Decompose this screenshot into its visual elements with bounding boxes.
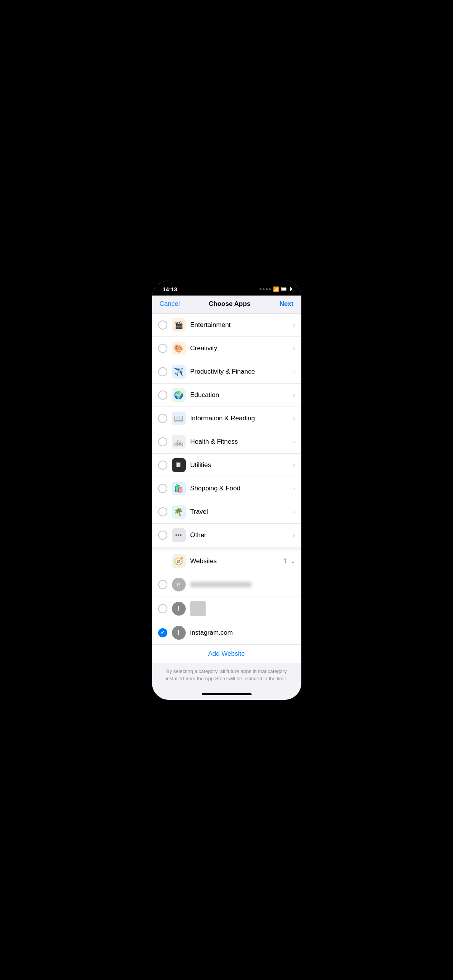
instagram-avatar: I [172, 626, 186, 640]
add-website-button[interactable]: Add Website [152, 644, 301, 663]
chevron-icon: › [293, 368, 295, 375]
list-item[interactable]: 🌴 Travel › [152, 500, 301, 524]
chevron-icon: › [293, 392, 295, 399]
website-item[interactable]: P [152, 573, 301, 596]
chevron-icon: › [293, 508, 295, 515]
websites-icon: 🧭 [172, 554, 186, 568]
site2-label-blurred [190, 601, 206, 616]
utilities-icon: 🖩 [172, 458, 186, 472]
productivity-label: Productivity & Finance [190, 368, 293, 376]
site1-avatar: P [172, 578, 186, 591]
chevron-icon: › [293, 438, 295, 445]
radio-instagram[interactable] [158, 628, 167, 637]
chevron-icon: › [293, 462, 295, 469]
entertainment-label: Entertainment [190, 321, 293, 329]
list-item[interactable]: 📖 Information & Reading › [152, 407, 301, 430]
education-icon: 🌍 [172, 388, 186, 402]
signal-icon [260, 288, 271, 290]
chevron-icon: › [293, 322, 295, 328]
radio-information[interactable] [158, 414, 167, 423]
websites-count: 1 [284, 557, 287, 565]
creativity-icon: 🎨 [172, 341, 186, 355]
entertainment-icon: 🎬 [172, 318, 186, 332]
home-bar [202, 693, 252, 695]
other-label: Other [190, 531, 293, 539]
health-label: Health & Fitness [190, 438, 293, 446]
radio-health[interactable] [158, 437, 167, 446]
list-item[interactable]: 🚲 Health & Fitness › [152, 430, 301, 454]
nav-bar: Cancel Choose Apps Next [152, 296, 301, 314]
radio-entertainment[interactable] [158, 320, 167, 330]
cancel-button[interactable]: Cancel [160, 300, 180, 308]
radio-site1[interactable] [158, 580, 167, 589]
time-display: 14:13 [163, 286, 177, 292]
radio-creativity[interactable] [158, 344, 167, 353]
radio-shopping[interactable] [158, 484, 167, 493]
instagram-label: instagram.com [190, 629, 295, 637]
chevron-icon: › [293, 485, 295, 492]
websites-header[interactable]: 🧭 Websites 1 ⌄ [152, 550, 301, 573]
shopping-label: Shopping & Food [190, 485, 293, 492]
footer-note: By selecting a category, all future apps… [152, 663, 301, 690]
site2-avatar: I [172, 602, 186, 616]
travel-label: Travel [190, 508, 293, 516]
list-item[interactable]: 🛍️ Shopping & Food › [152, 477, 301, 500]
travel-icon: 🌴 [172, 505, 186, 519]
chevron-down-icon: ⌄ [291, 558, 295, 564]
battery-icon [281, 287, 291, 291]
radio-site2[interactable] [158, 604, 167, 613]
add-website-label: Add Website [208, 650, 245, 658]
list-item[interactable]: ••• Other › [152, 524, 301, 547]
radio-other[interactable] [158, 531, 167, 540]
status-icons: 📶 [260, 286, 291, 292]
information-label: Information & Reading [190, 415, 293, 422]
list-item[interactable]: 🎨 Creativity › [152, 337, 301, 360]
websites-label: Websites [190, 557, 284, 565]
list-item[interactable]: 🖩 Utilities › [152, 454, 301, 477]
home-indicator-area [152, 690, 301, 700]
radio-education[interactable] [158, 390, 167, 400]
other-icon: ••• [172, 528, 186, 542]
education-label: Education [190, 391, 293, 399]
status-bar: 14:13 📶 [152, 281, 301, 296]
list-item[interactable]: ✈️ Productivity & Finance › [152, 360, 301, 384]
phone-frame: 14:13 📶 Cancel Choose Apps Next 🎬 [152, 281, 301, 700]
creativity-label: Creativity [190, 345, 293, 352]
list-item[interactable]: 🎬 Entertainment › [152, 314, 301, 337]
shopping-icon: 🛍️ [172, 482, 186, 495]
content-area: 🎬 Entertainment › 🎨 Creativity › ✈️ Prod… [152, 314, 301, 690]
chevron-icon: › [293, 415, 295, 422]
website-item[interactable]: I instagram.com [152, 621, 301, 644]
chevron-icon: › [293, 345, 295, 352]
radio-productivity[interactable] [158, 367, 167, 376]
utilities-label: Utilities [190, 461, 293, 469]
chevron-icon: › [293, 532, 295, 539]
websites-section: 🧭 Websites 1 ⌄ P I I [152, 550, 301, 663]
radio-utilities[interactable] [158, 461, 167, 470]
next-button[interactable]: Next [280, 300, 294, 308]
information-icon: 📖 [172, 412, 186, 425]
productivity-icon: ✈️ [172, 365, 186, 379]
page-title: Choose Apps [209, 300, 250, 308]
health-icon: 🚲 [172, 435, 186, 449]
site1-label-blurred [190, 582, 252, 587]
categories-list: 🎬 Entertainment › 🎨 Creativity › ✈️ Prod… [152, 314, 301, 547]
wifi-icon: 📶 [273, 286, 279, 292]
website-item[interactable]: I [152, 596, 301, 621]
radio-travel[interactable] [158, 507, 167, 516]
list-item[interactable]: 🌍 Education › [152, 384, 301, 407]
